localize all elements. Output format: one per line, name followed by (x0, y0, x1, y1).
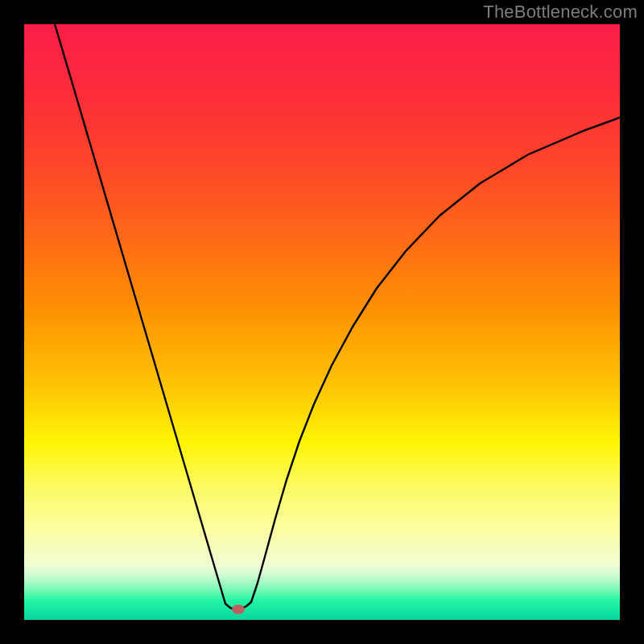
chart-container: TheBottleneck.com (0, 0, 644, 644)
watermark: TheBottleneck.com (483, 2, 638, 23)
curve-svg (24, 24, 620, 620)
minimum-marker (232, 605, 245, 614)
plot-area (24, 24, 620, 620)
bottleneck-curve (55, 24, 620, 609)
